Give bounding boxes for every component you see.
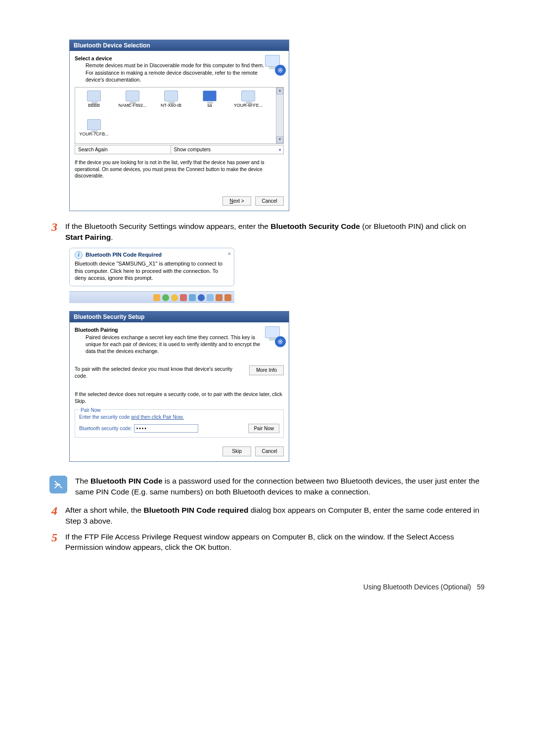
next-button[interactable]: Next >	[222, 196, 251, 206]
scrollbar[interactable]: ▴▾	[276, 88, 283, 143]
device-item[interactable]: NT-X60-IB	[154, 90, 188, 114]
tray-icon[interactable]	[216, 294, 222, 301]
system-tray	[69, 291, 234, 303]
note-text: The Bluetooth PIN Code is a password use…	[75, 476, 485, 497]
step-number-3: 3	[49, 221, 59, 242]
tray-icon[interactable]	[162, 294, 169, 301]
bluetooth-logo-icon: ※	[265, 55, 284, 74]
close-icon[interactable]: ×	[228, 250, 231, 258]
skip-instruction: If the selected device does not require …	[75, 391, 284, 404]
step-3-text: If the Bluetooth Security Settings windo…	[65, 221, 485, 242]
device-item[interactable]: YOUR-7CFB...	[77, 119, 111, 142]
cancel-button[interactable]: Cancel	[255, 446, 284, 456]
tray-icon[interactable]	[207, 294, 214, 301]
tray-icon[interactable]	[153, 294, 160, 301]
cancel-button[interactable]: Cancel	[255, 196, 284, 206]
select-device-heading: Select a device	[75, 55, 265, 62]
device-item-selected[interactable]: sa	[193, 90, 226, 114]
help-text: If the device you are looking for is not…	[75, 159, 284, 179]
security-code-input[interactable]	[134, 424, 198, 433]
pair-now-button[interactable]: Pair Now	[248, 424, 279, 434]
tray-icon[interactable]	[171, 294, 178, 301]
step-number-5: 5	[49, 532, 59, 553]
filter-dropdown[interactable]: Show computers	[171, 145, 284, 155]
page-footer: Using Bluetooth Devices (Optional) 59	[49, 582, 485, 592]
bluetooth-tray-icon[interactable]	[198, 294, 205, 301]
step-number-4: 4	[49, 505, 59, 526]
more-info-button[interactable]: More Info	[249, 365, 284, 375]
tooltip-title: Bluetooth PIN Code Required	[86, 251, 162, 259]
tray-icon[interactable]	[180, 294, 187, 301]
skip-button[interactable]: Skip	[222, 446, 251, 456]
pair-now-group: Pair Now Enter the security code and the…	[75, 409, 284, 438]
device-item[interactable]: NAME-F892...	[116, 90, 149, 114]
info-icon: i	[75, 251, 83, 259]
bluetooth-logo-icon: ※	[265, 326, 284, 345]
step-5-text: If the FTP File Access Privilege Request…	[65, 532, 485, 553]
device-item[interactable]: BBBB	[77, 90, 111, 114]
security-setup-dialog: Bluetooth Security Setup Bluetooth Pairi…	[69, 311, 289, 462]
step-4-text: After a short while, the Bluetooth PIN C…	[65, 505, 485, 526]
pair-instruction: To pair with the selected device you mus…	[75, 365, 239, 379]
pairing-subtext: Paired devices exchange a secret key eac…	[86, 334, 265, 355]
tooltip-text: Bluetooth device "SAMSUNG_X1" is attempt…	[75, 260, 229, 282]
device-selection-dialog: Bluetooth Device Selection Select a devi…	[69, 40, 289, 211]
note-icon	[49, 476, 67, 493]
search-again-button[interactable]: Search Again	[75, 145, 171, 155]
device-list[interactable]: BBBB NAME-F892... NT-X60-IB sa YOUR-6FFE…	[75, 87, 284, 144]
dialog-title: Bluetooth Security Setup	[70, 311, 289, 322]
tray-icon[interactable]	[224, 294, 231, 301]
device-item[interactable]: YOUR-6FFE...	[231, 90, 265, 114]
dialog-title: Bluetooth Device Selection	[70, 40, 289, 51]
pair-now-legend: Pair Now	[79, 407, 102, 414]
code-label: Bluetooth security code:	[79, 425, 132, 432]
select-device-subtext: Remote devices must be in Discoverable m…	[86, 62, 265, 83]
pairing-heading: Bluetooth Pairing	[75, 326, 265, 333]
tray-icon[interactable]	[189, 294, 196, 301]
pin-required-tooltip[interactable]: × iBluetooth PIN Code Required Bluetooth…	[69, 248, 234, 287]
